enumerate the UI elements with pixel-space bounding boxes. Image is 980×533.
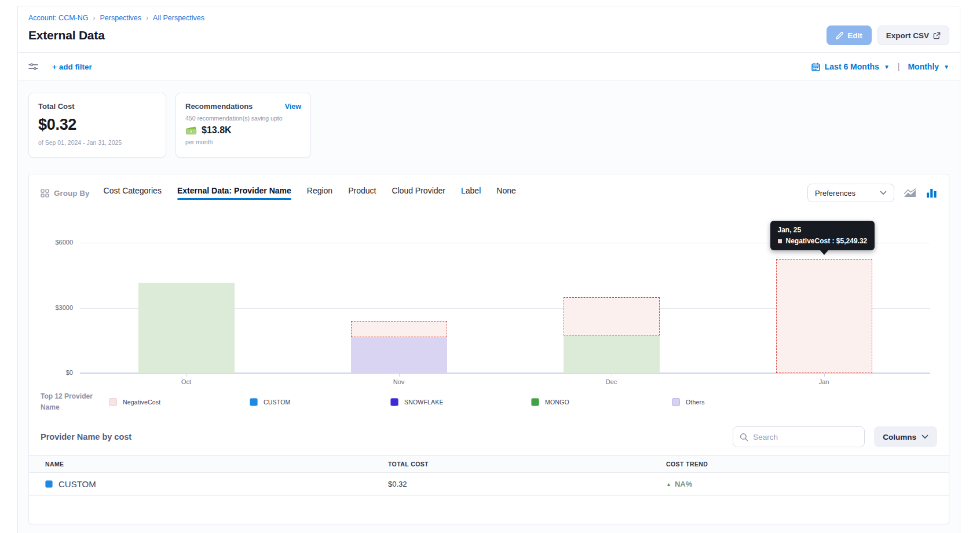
legend-item-snowflake[interactable]: SNOWFLAKE [390, 398, 531, 406]
table-row-custom[interactable]: CUSTOM$0.32▲NA% [29, 473, 949, 496]
page-body: Total Cost $0.32 of Sep 01, 2024 - Jan 3… [18, 81, 960, 533]
legend-item-negativecost[interactable]: NegativeCost [109, 398, 250, 406]
chevron-down-icon [922, 435, 928, 439]
x-axis-tick [187, 374, 187, 377]
total-cost-label: Total Cost [38, 102, 156, 111]
y-axis-tick-0: $0 [41, 369, 73, 376]
others-swatch-icon [672, 398, 680, 406]
table-header-row: NAME TOTAL COST COST TREND [29, 455, 949, 473]
negativecost-swatch-icon [109, 398, 117, 406]
table-search[interactable] [733, 426, 865, 447]
breadcrumb-perspectives[interactable]: Perspectives [100, 14, 142, 22]
legend-label: NegativeCost [123, 399, 160, 406]
granularity-dropdown[interactable]: Monthly [908, 62, 939, 71]
legend-item-mongo[interactable]: MONGO [531, 398, 672, 406]
external-link-icon [933, 32, 941, 39]
recommendations-view-link[interactable]: View [285, 103, 301, 111]
filter-bar: + add filter Last 6 Months ▼ | Monthly ▼ [18, 52, 960, 81]
legend-label: Others [686, 399, 705, 406]
chart-tooltip: Jan, 25 NegativeCost : $5,249.32 [770, 221, 875, 250]
time-range-dropdown[interactable]: Last 6 Months [825, 62, 879, 71]
legend-label: SNOWFLAKE [404, 399, 444, 406]
breadcrumb: Account: CCM-NG › Perspectives › All Per… [28, 14, 949, 22]
legend-label: CUSTOM [264, 399, 291, 406]
breadcrumb-account[interactable]: Account: CCM-NG [28, 14, 89, 22]
legend-item-others[interactable]: Others [672, 398, 813, 406]
legend-item-custom[interactable]: CUSTOM [250, 398, 390, 406]
chevron-right-icon: › [146, 14, 148, 22]
row-name: CUSTOM [58, 479, 96, 489]
chevron-down-icon[interactable]: ▼ [944, 64, 949, 70]
table-body: CUSTOM$0.32▲NA% [29, 473, 949, 496]
table-toolbar: Provider Name by cost Columns [41, 426, 937, 447]
bar-oct-mongo[interactable] [138, 283, 235, 373]
x-axis-label-dec: Dec [606, 378, 617, 385]
bar-chart-icon[interactable] [926, 188, 937, 198]
filter-sliders-icon[interactable] [28, 63, 38, 71]
legend-label: MONGO [545, 399, 569, 406]
bar-dec-mongo[interactable] [564, 335, 660, 373]
export-csv-label: Export CSV [886, 31, 929, 40]
page-title: External Data [28, 28, 105, 42]
legend-title: Top 12 Provider Name [41, 391, 109, 412]
provider-cost-table: NAME TOTAL COST COST TREND CUSTOM$0.32▲N… [29, 455, 949, 496]
y-axis-tick-3000: $3000 [41, 304, 73, 311]
breadcrumb-all-perspectives[interactable]: All Perspectives [153, 14, 204, 22]
bar-nov-negativecost[interactable] [351, 321, 447, 337]
divider: | [898, 62, 900, 71]
row-swatch-icon [45, 480, 53, 488]
area-chart-icon[interactable] [904, 188, 917, 198]
columns-label: Columns [883, 433, 916, 441]
columns-button[interactable]: Columns [874, 426, 937, 447]
preferences-dropdown[interactable]: Preferences [807, 184, 894, 202]
tab-none[interactable]: None [496, 186, 515, 200]
header-total-cost[interactable]: TOTAL COST [376, 461, 654, 468]
export-csv-button[interactable]: Export CSV [877, 25, 949, 45]
x-axis-label-oct: Oct [181, 378, 191, 385]
tooltip-value: NegativeCost : $5,249.32 [786, 237, 868, 245]
chevron-down-icon [880, 191, 887, 195]
x-axis-label-nov: Nov [393, 378, 405, 385]
tab-cloud-provider[interactable]: Cloud Provider [392, 186, 445, 200]
chevron-down-icon[interactable]: ▼ [884, 64, 890, 70]
chart-legend: Top 12 Provider Name NegativeCostCUSTOMS… [41, 391, 937, 412]
money-icon [185, 126, 198, 135]
tab-external-data-provider-name[interactable]: External Data: Provider Name [177, 186, 291, 200]
header-name[interactable]: NAME [29, 461, 376, 468]
legend-items: NegativeCostCUSTOMSNOWFLAKEMONGOOthers [109, 398, 937, 406]
page-header: Account: CCM-NG › Perspectives › All Per… [18, 6, 960, 52]
edit-button[interactable]: Edit [827, 25, 872, 45]
grid-icon [41, 189, 49, 198]
tab-label[interactable]: Label [461, 186, 481, 200]
perspective-panel: Group By Cost CategoriesExternal Data: P… [28, 174, 949, 524]
trend-up-icon: ▲ [666, 481, 671, 487]
x-axis-tick [824, 374, 825, 377]
table-title: Provider Name by cost [41, 432, 131, 441]
tab-cost-categories[interactable]: Cost Categories [104, 186, 162, 200]
add-filter-button[interactable]: + add filter [52, 63, 92, 71]
tooltip-series-swatch [778, 239, 782, 243]
total-cost-value: $0.32 [38, 116, 156, 134]
recommendations-savings: $13.8K [202, 125, 232, 136]
bar-nov-others[interactable] [351, 337, 447, 373]
bar-dec-negativecost[interactable] [564, 297, 660, 335]
x-axis-label-jan: Jan [819, 378, 829, 385]
group-by-label: Group By [41, 189, 90, 198]
search-input[interactable] [753, 433, 858, 441]
cost-bar-chart: $6000 $3000 $0 Jan, 25 NegativeCost : $5… [41, 211, 937, 386]
row-total-cost: $0.32 [376, 480, 654, 488]
pencil-icon [836, 32, 843, 39]
y-axis-tick-6000: $6000 [41, 239, 73, 246]
group-by-text: Group By [54, 189, 90, 198]
app-container: Account: CCM-NG › Perspectives › All Per… [17, 6, 960, 533]
recommendations-per-month: per month [185, 138, 301, 145]
bar-jan-negativecost[interactable] [776, 259, 872, 373]
x-axis-tick [399, 374, 400, 377]
tooltip-caret [820, 250, 828, 255]
tab-region[interactable]: Region [307, 186, 332, 200]
preferences-label: Preferences [815, 189, 855, 198]
tab-product[interactable]: Product [348, 186, 376, 200]
search-icon [740, 433, 748, 441]
group-by-tabs: Cost CategoriesExternal Data: Provider N… [104, 186, 516, 200]
header-cost-trend[interactable]: COST TREND [654, 461, 949, 468]
